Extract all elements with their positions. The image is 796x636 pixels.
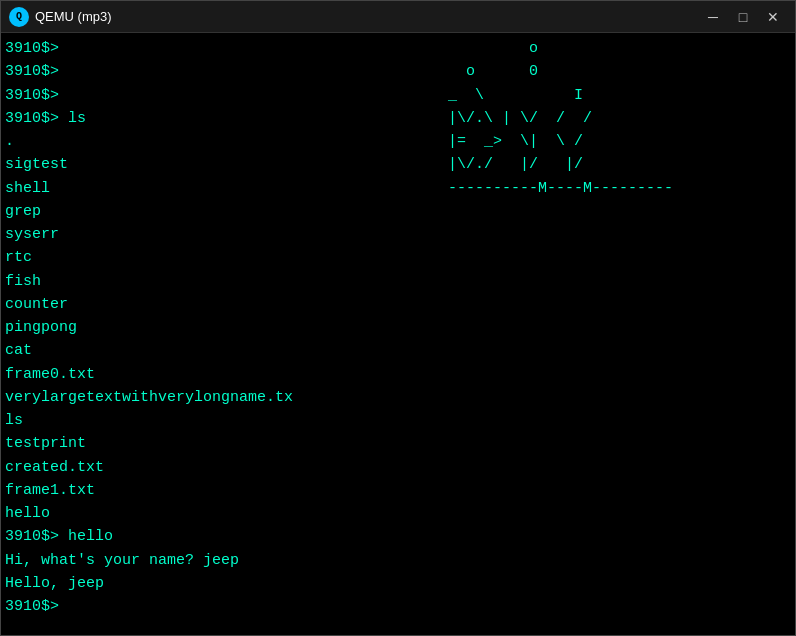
terminal-content: 3910$> 3910$> 3910$> 3910$> ls . sigtest… — [5, 37, 791, 631]
window-controls: ─ □ ✕ — [699, 6, 787, 28]
maximize-button[interactable]: □ — [729, 6, 757, 28]
ascii-art-display: o o 0 _ \ I |\/.\ | \/ / / |= _> \| \ / … — [385, 37, 673, 200]
title-bar: Q QEMU (mp3) ─ □ ✕ — [1, 1, 795, 33]
window-title: QEMU (mp3) — [35, 9, 699, 24]
minimize-button[interactable]: ─ — [699, 6, 727, 28]
close-button[interactable]: ✕ — [759, 6, 787, 28]
terminal-area[interactable]: 3910$> 3910$> 3910$> 3910$> ls . sigtest… — [1, 33, 795, 635]
app-icon: Q — [9, 7, 29, 27]
main-window: Q QEMU (mp3) ─ □ ✕ 3910$> 3910$> 3910$> … — [0, 0, 796, 636]
app-icon-label: Q — [16, 11, 22, 22]
